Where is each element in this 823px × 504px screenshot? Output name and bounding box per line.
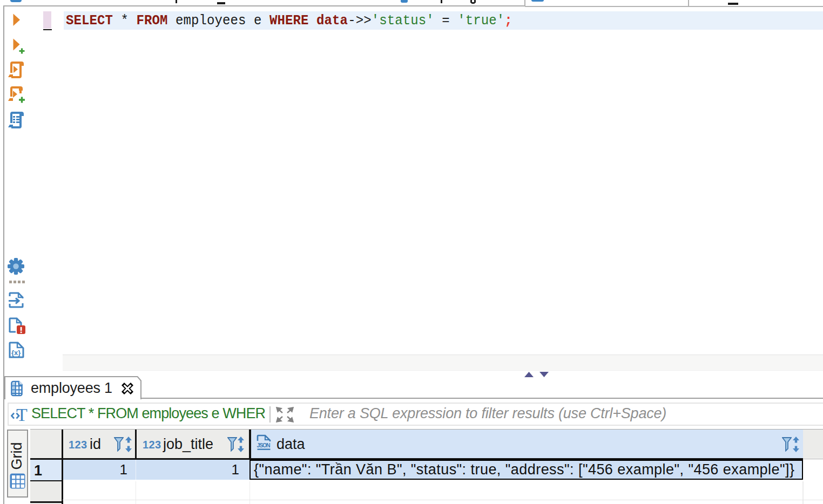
svg-text:JSON: JSON: [257, 442, 271, 448]
svg-text:{x}: {x}: [11, 349, 21, 357]
